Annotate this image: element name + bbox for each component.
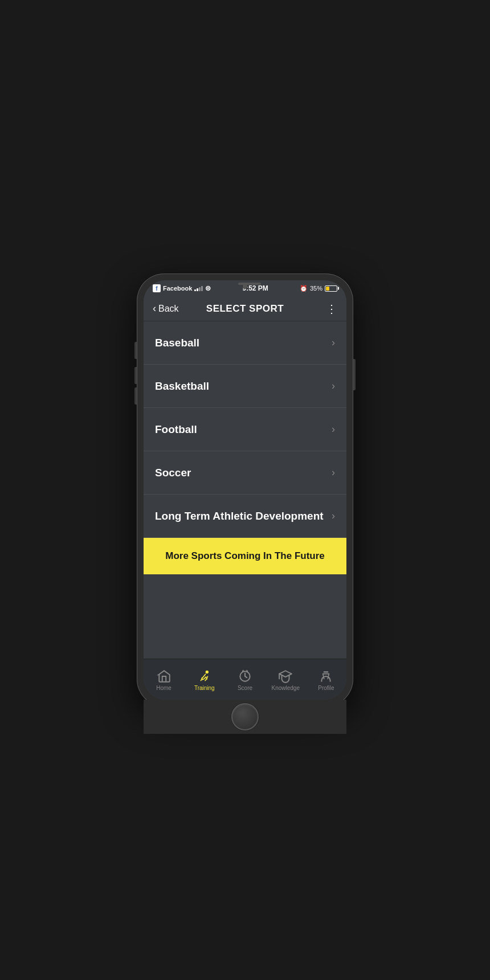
empty-space <box>144 574 346 659</box>
status-left: f Facebook ⊜ <box>153 284 211 292</box>
home-button[interactable] <box>231 703 259 730</box>
coming-soon-label: More Sports Coming In The Future <box>165 550 325 562</box>
carrier-name: Facebook <box>163 285 192 292</box>
sport-name-soccer: Soccer <box>155 467 191 479</box>
chevron-right-icon: › <box>332 423 335 435</box>
tab-score-label: Score <box>238 685 252 691</box>
page-title: SELECT SPORT <box>199 303 291 315</box>
training-icon <box>197 669 212 684</box>
score-icon <box>238 669 252 684</box>
phone-screen: f Facebook ⊜ 9:52 PM ⏰ 35% ‹ <box>144 280 346 700</box>
sport-name-baseball: Baseball <box>155 337 199 349</box>
chevron-right-icon: › <box>332 467 335 479</box>
tab-score[interactable]: Score <box>224 664 265 691</box>
back-button[interactable]: ‹ Back <box>153 303 199 315</box>
alarm-icon: ⏰ <box>300 285 308 292</box>
home-button-area <box>144 700 346 734</box>
navigation-bar: ‹ Back SELECT SPORT ⋮ <box>144 296 346 321</box>
sport-item-ltad[interactable]: Long Term Athletic Development › <box>144 495 346 538</box>
knowledge-icon <box>278 669 293 684</box>
more-button[interactable]: ⋮ <box>291 302 337 316</box>
sport-name-football: Football <box>155 423 197 436</box>
tab-home-label: Home <box>156 685 172 691</box>
sport-item-football[interactable]: Football › <box>144 408 346 451</box>
sport-name-basketball: Basketball <box>155 380 209 393</box>
tab-training-label: Training <box>194 685 215 691</box>
chevron-right-icon: › <box>332 380 335 392</box>
speaker <box>238 283 261 285</box>
chevron-right-icon: › <box>332 337 335 349</box>
sport-item-basketball[interactable]: Basketball › <box>144 365 346 408</box>
wifi-icon: ⊜ <box>205 284 211 292</box>
more-vertical-icon: ⋮ <box>326 302 337 316</box>
tab-knowledge[interactable]: Knowledge <box>266 664 306 691</box>
phone-frame: f Facebook ⊜ 9:52 PM ⏰ 35% ‹ <box>137 273 353 707</box>
tab-profile[interactable]: Profile <box>306 664 346 691</box>
back-label: Back <box>158 304 179 314</box>
battery-icon <box>325 285 337 292</box>
svg-point-0 <box>205 671 208 673</box>
signal-icon <box>194 285 203 291</box>
chevron-right-icon: › <box>332 510 335 522</box>
carrier-icon: f <box>153 284 161 292</box>
sport-name-ltad: Long Term Athletic Development <box>155 510 324 522</box>
svg-rect-2 <box>324 671 329 672</box>
tab-training[interactable]: Training <box>184 664 224 691</box>
tab-knowledge-label: Knowledge <box>271 685 299 691</box>
tab-profile-label: Profile <box>318 685 334 691</box>
sport-list: Baseball › Basketball › Football › Socce… <box>144 321 346 574</box>
status-right: ⏰ 35% <box>300 285 337 292</box>
home-icon <box>157 669 172 684</box>
tab-home[interactable]: Home <box>144 664 184 691</box>
back-chevron-icon: ‹ <box>153 303 156 315</box>
sport-item-baseball[interactable]: Baseball › <box>144 321 346 365</box>
tab-bar: Home Training Score <box>144 659 346 700</box>
sport-item-soccer[interactable]: Soccer › <box>144 451 346 495</box>
profile-icon <box>318 669 333 684</box>
coming-soon-button[interactable]: More Sports Coming In The Future <box>144 538 346 574</box>
content-area: Baseball › Basketball › Football › Socce… <box>144 321 346 659</box>
battery-pct: 35% <box>310 285 322 292</box>
